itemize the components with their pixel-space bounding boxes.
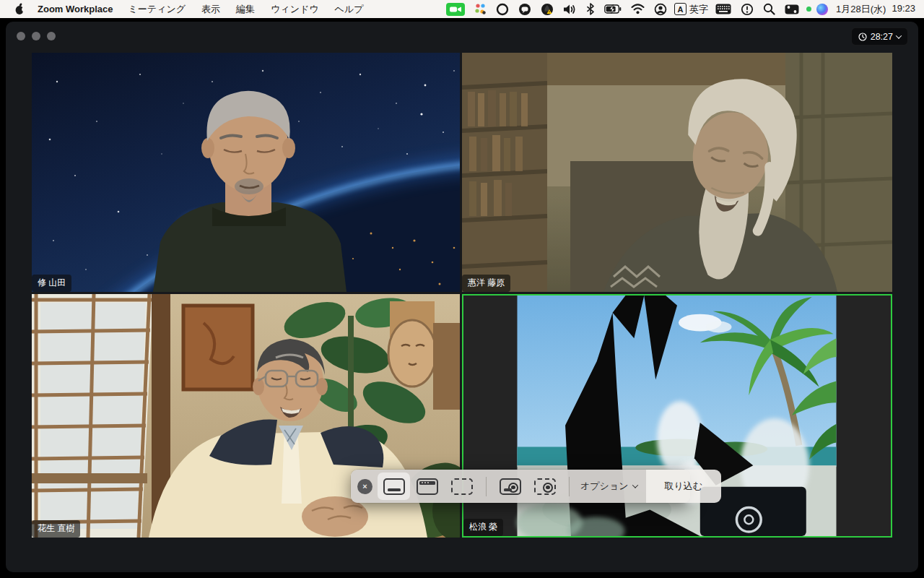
zoom-camera-icon[interactable] bbox=[444, 1, 467, 17]
input-badge: A bbox=[674, 3, 687, 15]
recording-dot bbox=[806, 7, 811, 12]
participant-name: 松浪 榮 bbox=[463, 519, 503, 536]
video-tile-fujiwara[interactable]: 惠洋 藤原 bbox=[462, 53, 892, 292]
control-center-icon[interactable] bbox=[783, 1, 801, 17]
participant-name: 惠洋 藤原 bbox=[462, 275, 510, 292]
window-controls bbox=[17, 32, 56, 40]
capture-selection-icon bbox=[451, 478, 473, 495]
clock-icon bbox=[858, 33, 867, 41]
minimize-window-button[interactable] bbox=[32, 32, 40, 40]
colorful-app-icon[interactable] bbox=[472, 1, 489, 17]
capture-button[interactable]: 取り込む bbox=[646, 470, 722, 503]
screenshot-close-button[interactable]: × bbox=[357, 479, 372, 494]
toolbar-divider bbox=[486, 477, 487, 496]
close-window-button[interactable] bbox=[17, 32, 25, 40]
menu-meeting[interactable]: ミーティング bbox=[121, 3, 194, 16]
capture-window-icon bbox=[417, 478, 438, 495]
menu-view[interactable]: 表示 bbox=[193, 3, 228, 16]
wifi-icon[interactable] bbox=[629, 1, 647, 17]
bluetooth-icon[interactable] bbox=[584, 1, 597, 17]
options-button[interactable]: オプション bbox=[576, 470, 646, 503]
menu-bar: Zoom Workplace ミーティング 表示 編集 ウィンドウ ヘルプ bbox=[0, 0, 924, 18]
record-screen-button[interactable] bbox=[493, 473, 528, 500]
keyboard-viewer-icon[interactable] bbox=[713, 1, 733, 17]
record-selection-icon bbox=[534, 478, 556, 495]
apple-icon bbox=[14, 3, 25, 15]
timer-value: 28:27 bbox=[871, 32, 893, 42]
alert-app-icon[interactable] bbox=[539, 1, 556, 17]
video-grid: 修 山田 bbox=[32, 53, 892, 538]
menu-bar-clock[interactable]: 1月28日(水) 19:23 bbox=[833, 3, 915, 16]
time-text: 19:23 bbox=[892, 3, 915, 16]
options-label: オプション bbox=[580, 480, 629, 493]
capture-label: 取り込む bbox=[665, 480, 703, 493]
fujiwara-video-feed bbox=[462, 53, 892, 292]
capture-window-button[interactable] bbox=[410, 473, 445, 500]
apple-menu[interactable] bbox=[9, 3, 30, 15]
volume-icon[interactable] bbox=[561, 1, 579, 17]
video-tile-yamada[interactable]: 修 山田 bbox=[32, 53, 460, 292]
siri-icon[interactable] bbox=[816, 4, 828, 15]
user-account-icon[interactable] bbox=[652, 1, 669, 17]
zoom-window-button[interactable] bbox=[47, 32, 56, 40]
creative-cloud-icon[interactable] bbox=[494, 1, 511, 17]
clock-alert-icon[interactable] bbox=[738, 1, 756, 17]
screenshot-toolbar: × オプション 取り込む bbox=[351, 470, 690, 503]
date-text: 1月28日(水) bbox=[836, 3, 886, 16]
record-screen-icon bbox=[500, 478, 521, 495]
chevron-down-icon bbox=[632, 482, 637, 488]
input-source[interactable]: A 英字 bbox=[674, 3, 708, 16]
toolbar-divider bbox=[569, 477, 570, 496]
yamada-video-feed bbox=[32, 53, 460, 292]
record-selection-button[interactable] bbox=[528, 473, 562, 500]
capture-screen-icon bbox=[383, 478, 405, 495]
meeting-timer[interactable]: 28:27 bbox=[851, 27, 908, 46]
participant-name: 花生 直樹 bbox=[32, 520, 80, 538]
menu-window[interactable]: ウィンドウ bbox=[263, 3, 327, 16]
capture-selection-button[interactable] bbox=[445, 473, 479, 500]
capture-entire-screen-button[interactable] bbox=[378, 473, 410, 500]
line-icon[interactable] bbox=[516, 1, 533, 17]
spotlight-icon[interactable] bbox=[761, 1, 777, 17]
input-label: 英字 bbox=[689, 3, 708, 16]
menu-edit[interactable]: 編集 bbox=[228, 3, 263, 16]
menu-help[interactable]: ヘルプ bbox=[327, 3, 372, 16]
participant-name: 修 山田 bbox=[32, 275, 71, 292]
app-name[interactable]: Zoom Workplace bbox=[30, 4, 121, 14]
battery-charging-icon[interactable] bbox=[602, 1, 624, 17]
chevron-down-icon bbox=[896, 33, 902, 38]
